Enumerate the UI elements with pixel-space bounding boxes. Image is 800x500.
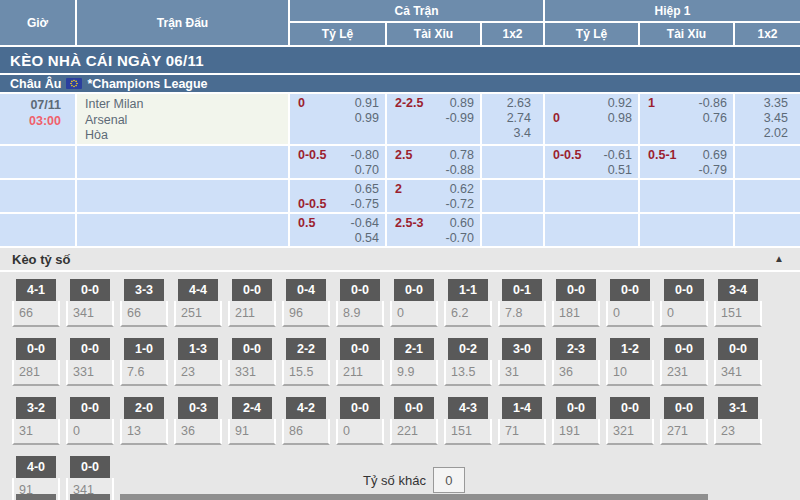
ft-over-under-line: -0.88 xyxy=(395,163,474,178)
ft-1x2-cell[interactable]: 2.632.743.4 xyxy=(482,94,543,144)
odds-value: 0.89 xyxy=(450,96,474,111)
h1-handicap-line: 00.98 xyxy=(553,111,632,126)
score-box[interactable]: 0-0341 xyxy=(66,279,114,327)
score-box[interactable]: 0-336 xyxy=(174,397,222,445)
score-odds: 151 xyxy=(714,301,762,327)
score-label: 3-4 xyxy=(718,279,758,301)
score-label: 0-0 xyxy=(70,279,110,301)
handicap-label: 0-0.5 xyxy=(298,197,327,212)
handicap-label: 0-0.5 xyxy=(298,148,327,163)
ft-handicap-cell[interactable]: 00.910.99 xyxy=(290,94,385,144)
score-box[interactable]: 0-0191 xyxy=(552,397,600,445)
score-box[interactable]: 1-16.2 xyxy=(444,279,492,327)
h1-over-under-cell[interactable]: 0.5-10.69-0.79 xyxy=(640,146,733,178)
score-box[interactable]: 3-031 xyxy=(498,338,546,386)
score-box[interactable]: 0-0341 xyxy=(714,338,762,386)
score-label: 1-1 xyxy=(448,279,488,301)
score-box[interactable]: 0-0331 xyxy=(228,338,276,386)
league-bar[interactable]: Châu Âu *Champions League xyxy=(0,75,800,92)
col-header-ft-overunder: Tài Xỉu xyxy=(387,23,480,45)
score-box[interactable]: 3-366 xyxy=(120,279,168,327)
ft-handicap-cell[interactable]: 0-0.5-0.800.70 xyxy=(290,146,385,178)
odds-value: 0.99 xyxy=(355,111,379,126)
col-header-ft-handicap: Tỷ Lệ xyxy=(290,23,385,45)
score-box[interactable]: 2-215.5 xyxy=(282,338,330,386)
other-score-input[interactable] xyxy=(433,467,465,493)
score-box[interactable]: 0-0211 xyxy=(228,279,276,327)
score-box[interactable]: 0-0271 xyxy=(660,397,708,445)
odds-rows: 07/1103:00Inter MilanArsenalHòa00.910.99… xyxy=(0,92,800,246)
score-box[interactable]: 2-491 xyxy=(228,397,276,445)
h1-1x2-cell[interactable]: 3.353.452.02 xyxy=(735,94,800,144)
ft-over-under-cell[interactable]: 2.5-30.60-0.70 xyxy=(387,214,480,246)
score-box[interactable]: 0-17.8 xyxy=(498,279,546,327)
score-label: 0-3 xyxy=(178,397,218,419)
ft-over-under-cell[interactable]: 20.62-0.72 xyxy=(387,180,480,212)
ft-over-under-cell[interactable]: 2.50.78-0.88 xyxy=(387,146,480,178)
match-time: 03:00 xyxy=(0,113,61,129)
col-header-first-half: Hiệp 1 xyxy=(545,0,800,21)
h1-over-under-cell[interactable]: 1-0.860.76 xyxy=(640,94,733,144)
score-box[interactable]: 1-07.6 xyxy=(120,338,168,386)
score-box[interactable]: 0-00 xyxy=(606,279,654,327)
score-box[interactable]: 1-323 xyxy=(174,338,222,386)
team-name: Inter Milan xyxy=(85,97,288,113)
score-odds: 36 xyxy=(174,419,222,445)
score-box[interactable]: 4-4251 xyxy=(174,279,222,327)
score-box[interactable]: 0-496 xyxy=(282,279,330,327)
score-box[interactable]: 2-013 xyxy=(120,397,168,445)
score-box[interactable]: 1-471 xyxy=(498,397,546,445)
chevron-up-icon[interactable]: ▲ xyxy=(774,254,784,264)
score-box[interactable]: 4-3151 xyxy=(444,397,492,445)
score-label: 2-0 xyxy=(124,397,164,419)
match-date: 07/11 xyxy=(0,97,61,113)
ft-over-under-line: 2.5-30.60 xyxy=(395,216,474,231)
score-label: 0-0 xyxy=(340,279,380,301)
ft-handicap-cell[interactable]: 0.650-0.5-0.75 xyxy=(290,180,385,212)
score-box[interactable]: 2-336 xyxy=(552,338,600,386)
score-label: 2-4 xyxy=(232,397,272,419)
score-label: 3-0 xyxy=(502,338,542,360)
h1-handicap-cell[interactable]: 0.9200.98 xyxy=(545,94,638,144)
score-odds: 0 xyxy=(606,301,654,327)
ft-handicap-cell[interactable]: 0.5-0.640.54 xyxy=(290,214,385,246)
score-box[interactable]: 0-00 xyxy=(390,279,438,327)
score-box[interactable]: 0-0231 xyxy=(660,338,708,386)
score-box[interactable]: 0-00 xyxy=(66,397,114,445)
score-box[interactable]: 3-231 xyxy=(12,397,60,445)
score-odds: 321 xyxy=(606,419,654,445)
score-label: 2-1 xyxy=(394,338,434,360)
ft-over-under-cell[interactable]: 2-2.50.89-0.99 xyxy=(387,94,480,144)
odds-value: 0.69 xyxy=(703,148,727,163)
score-box[interactable]: 3-123 xyxy=(714,397,762,445)
match-odds-row: 07/1103:00Inter MilanArsenalHòa00.910.99… xyxy=(0,94,800,144)
score-box[interactable]: 1-210 xyxy=(606,338,654,386)
score-box[interactable]: 3-4151 xyxy=(714,279,762,327)
score-box[interactable]: 2-19.9 xyxy=(390,338,438,386)
score-box[interactable]: 4-166 xyxy=(12,279,60,327)
score-label: 0-0 xyxy=(70,397,110,419)
score-box[interactable]: 0-0181 xyxy=(552,279,600,327)
partial-score-box xyxy=(16,494,56,500)
handicap-label: 2 xyxy=(395,182,402,197)
col-header-match: Trận Đấu xyxy=(77,0,288,45)
score-box[interactable]: 0-00 xyxy=(660,279,708,327)
score-box[interactable]: 4-286 xyxy=(282,397,330,445)
score-section-header: Kèo tỷ số ▲ xyxy=(0,248,800,272)
score-box[interactable]: 0-0321 xyxy=(606,397,654,445)
score-box[interactable]: 0-0221 xyxy=(390,397,438,445)
score-box[interactable]: 0-00 xyxy=(336,397,384,445)
score-box[interactable]: 0-0211 xyxy=(336,338,384,386)
ft-handicap-line: 0.54 xyxy=(298,231,379,246)
score-box[interactable]: 0-0281 xyxy=(12,338,60,386)
handicap-label: 0 xyxy=(553,111,560,126)
score-box[interactable]: 0-08.9 xyxy=(336,279,384,327)
score-odds: 13.5 xyxy=(444,360,492,386)
odds-value: -0.80 xyxy=(351,148,380,163)
col-header-h1-overunder: Tài Xỉu xyxy=(640,23,733,45)
score-box[interactable]: 0-213.5 xyxy=(444,338,492,386)
h1-over-under-cell xyxy=(640,214,733,246)
ft-over-under-line: 2-2.50.89 xyxy=(395,96,474,111)
h1-handicap-cell[interactable]: 0-0.5-0.610.51 xyxy=(545,146,638,178)
score-box[interactable]: 0-0331 xyxy=(66,338,114,386)
